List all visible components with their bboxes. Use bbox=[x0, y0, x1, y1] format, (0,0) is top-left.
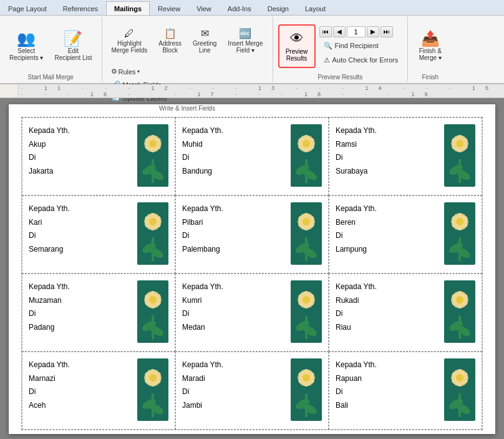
svg-point-43 bbox=[149, 218, 157, 225]
label-city-7: Medan bbox=[182, 321, 286, 335]
label-text-6: Kepada Yth. Muzaman Di Padang bbox=[29, 280, 132, 334]
find-recipient-button[interactable]: 🔍 Find Recipient bbox=[319, 40, 403, 52]
tab-page-layout[interactable]: Page Layout bbox=[0, 1, 55, 15]
label-to-9: Kepada Yth. bbox=[29, 358, 132, 372]
start-merge-controls: 👥 SelectRecipients ▾ 📝 EditRecipient Lis… bbox=[5, 19, 97, 72]
label-cell: Kepada Yth. Pilbari Di Palembang bbox=[175, 195, 329, 274]
label-cell: Kepada Yth. Beren Di Lampung bbox=[329, 195, 482, 274]
label-img-4 bbox=[291, 202, 322, 265]
label-text-2: Kepada Yth. Ramsi Di Surabaya bbox=[336, 124, 439, 178]
find-recipient-label: Find Recipient bbox=[335, 42, 379, 49]
label-city-8: Riau bbox=[336, 321, 439, 335]
label-cell: Kepada Yth. Ramsi Di Surabaya bbox=[329, 117, 482, 195]
svg-point-76 bbox=[149, 296, 157, 303]
label-img-2 bbox=[444, 124, 475, 187]
greeting-icon: ✉ bbox=[201, 29, 209, 39]
finish-merge-label: Finish &Merge ▾ bbox=[419, 47, 442, 61]
label-img-3 bbox=[137, 202, 168, 265]
label-name-8: Rukadi bbox=[336, 294, 439, 308]
auto-check-label: Auto Check for Errors bbox=[332, 56, 399, 64]
tab-bar: Page Layout References Mailings Review V… bbox=[0, 0, 504, 16]
finish-icon: 📤 bbox=[421, 31, 440, 46]
tab-mailings[interactable]: Mailings bbox=[106, 1, 150, 15]
svg-point-54 bbox=[303, 218, 310, 225]
label-text-7: Kepada Yth. Kumri Di Medan bbox=[182, 280, 286, 334]
label-city-10: Jambi bbox=[182, 399, 286, 413]
select-recipients-button[interactable]: 👥 SelectRecipients ▾ bbox=[5, 24, 47, 68]
label-text-9: Kepada Yth. Marnazi Di Aceh bbox=[29, 358, 132, 412]
nav-next-button[interactable]: ▶ bbox=[367, 26, 379, 37]
svg-point-109 bbox=[149, 374, 157, 382]
tab-view[interactable]: View bbox=[188, 1, 220, 15]
label-text-11: Kepada Yth. Rapuan Di Bali bbox=[336, 358, 439, 412]
label-cell: Kepada Yth. Muhid Di Bandung bbox=[175, 117, 329, 195]
nav-first-button[interactable]: ⏮ bbox=[319, 26, 332, 37]
find-icon: 🔍 bbox=[324, 42, 332, 50]
label-to-10: Kepada Yth. bbox=[182, 358, 286, 372]
greeting-line-button[interactable]: ✉ GreetingLine bbox=[188, 19, 221, 63]
label-text-3: Kepada Yth. Kari Di Semarang bbox=[29, 202, 132, 256]
address-block-label: AddressBlock bbox=[158, 40, 182, 54]
label-di-7: Di bbox=[182, 307, 286, 321]
label-name-3: Kari bbox=[29, 216, 132, 230]
label-text-1: Kepada Yth. Muhid Di Bandung bbox=[182, 124, 286, 178]
rules-label: Rules bbox=[119, 68, 136, 76]
rules-arrow: ▾ bbox=[137, 69, 140, 74]
label-to-8: Kepada Yth. bbox=[336, 280, 439, 294]
address-block-button[interactable]: 📋 AddressBlock bbox=[154, 19, 186, 63]
label-img-0 bbox=[137, 124, 168, 187]
nav-row: ⏮ ◀ ▶ ⏭ bbox=[319, 26, 403, 37]
preview-results-button[interactable]: 👁 PreviewResults bbox=[278, 24, 316, 68]
svg-point-98 bbox=[456, 296, 463, 303]
page-number-input[interactable] bbox=[347, 26, 366, 37]
insert-merge-field-button[interactable]: 🔤 Insert MergeField ▾ bbox=[223, 19, 267, 63]
edit-recipient-list-button[interactable]: 📝 EditRecipient List bbox=[50, 24, 96, 68]
label-di-0: Di bbox=[29, 151, 132, 165]
label-name-1: Muhid bbox=[182, 138, 286, 152]
label-di-11: Di bbox=[336, 385, 439, 399]
nav-controls: ⏮ ◀ ▶ ⏭ bbox=[319, 26, 403, 37]
address-block-icon: 📋 bbox=[164, 29, 177, 39]
nav-prev-button[interactable]: ◀ bbox=[333, 26, 346, 37]
select-recipients-label: SelectRecipients ▾ bbox=[9, 47, 43, 61]
label-name-9: Marnazi bbox=[29, 372, 132, 386]
tab-references[interactable]: References bbox=[55, 1, 106, 15]
svg-point-120 bbox=[303, 374, 310, 382]
label-to-7: Kepada Yth. bbox=[182, 280, 286, 294]
ribbon: 👥 SelectRecipients ▾ 📝 EditRecipient Lis… bbox=[0, 16, 504, 84]
nav-last-button[interactable]: ⏭ bbox=[380, 26, 393, 37]
label-cell: Kepada Yth. Kari Di Semarang bbox=[22, 195, 175, 274]
label-di-4: Di bbox=[182, 229, 286, 243]
check-icon: ⚠ bbox=[324, 56, 330, 64]
label-name-10: Maradi bbox=[182, 372, 286, 386]
label-di-1: Di bbox=[182, 151, 286, 165]
rules-button[interactable]: ⚙ Rules ▾ bbox=[107, 66, 172, 77]
label-di-8: Di bbox=[336, 307, 439, 321]
label-to-2: Kepada Yth. bbox=[336, 124, 439, 138]
label-cell: Kepada Yth. Muzaman Di Padang bbox=[22, 274, 175, 352]
page: Kepada Yth. Akup Di Jakarta Kepada Yth. … bbox=[9, 104, 495, 434]
highlight-label: HighlightMerge Fields bbox=[112, 40, 148, 54]
insert-merge-label: Insert MergeField ▾ bbox=[228, 40, 263, 54]
label-cell: Kepada Yth. Rapuan Di Bali bbox=[329, 352, 482, 430]
group-start-label: Start Mail Merge bbox=[28, 74, 74, 81]
document-area: Kepada Yth. Akup Di Jakarta Kepada Yth. … bbox=[0, 98, 504, 439]
finish-merge-button[interactable]: 📤 Finish &Merge ▾ bbox=[413, 24, 447, 68]
group-start-mail-merge: 👥 SelectRecipients ▾ 📝 EditRecipient Lis… bbox=[0, 17, 102, 82]
tab-layout[interactable]: Layout bbox=[297, 1, 334, 15]
label-city-1: Bandung bbox=[182, 165, 286, 179]
highlight-merge-fields-button[interactable]: 🖊 HighlightMerge Fields bbox=[107, 19, 152, 63]
label-img-9 bbox=[137, 358, 168, 421]
edit-list-icon: 📝 bbox=[64, 31, 82, 46]
tab-design[interactable]: Design bbox=[259, 1, 297, 15]
label-name-0: Akup bbox=[29, 138, 132, 152]
label-city-6: Padang bbox=[29, 321, 132, 335]
svg-point-87 bbox=[303, 296, 310, 303]
auto-check-button[interactable]: ⚠ Auto Check for Errors bbox=[319, 54, 403, 66]
label-cell: Kepada Yth. Rukadi Di Riau bbox=[329, 274, 482, 352]
label-img-7 bbox=[291, 280, 322, 343]
highlight-icon: 🖊 bbox=[124, 29, 134, 39]
label-city-0: Jakarta bbox=[29, 165, 132, 179]
tab-review[interactable]: Review bbox=[150, 1, 188, 15]
tab-addins[interactable]: Add-Ins bbox=[220, 1, 259, 15]
